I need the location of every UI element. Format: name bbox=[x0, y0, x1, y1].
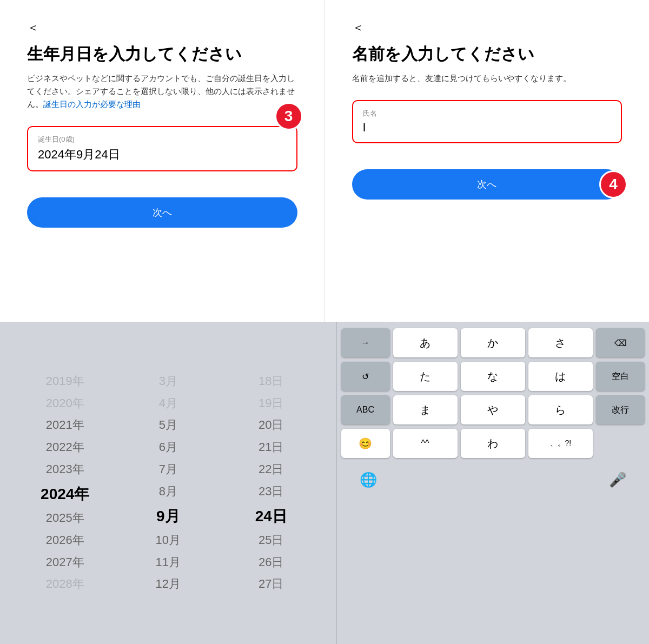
year-item[interactable]: 2025年 bbox=[16, 510, 114, 527]
key-undo[interactable]: ↺ bbox=[341, 362, 390, 391]
right-back-button[interactable]: ＜ bbox=[352, 22, 622, 34]
birthday-reason-link[interactable]: 誕生日の入力が必要な理由 bbox=[43, 99, 141, 109]
key-ka[interactable]: か bbox=[461, 328, 525, 357]
day-item[interactable]: 21日 bbox=[222, 439, 320, 456]
year-item[interactable]: 2019年 bbox=[16, 373, 114, 390]
day-item[interactable]: 19日 bbox=[222, 395, 320, 412]
key-wa[interactable]: わ bbox=[461, 429, 525, 458]
day-item[interactable]: 23日 bbox=[222, 483, 320, 500]
month-item[interactable]: 11月 bbox=[120, 554, 217, 571]
month-item[interactable]: 3月 bbox=[120, 373, 217, 390]
right-screen: ＜ 名前を入力してください 名前を追加すると、友達に見つけてもらいやすくなります… bbox=[325, 0, 650, 322]
keyboard-row-1: → あ か さ ⌫ bbox=[341, 328, 645, 357]
key-na[interactable]: な bbox=[461, 362, 525, 391]
key-ra[interactable]: ら bbox=[528, 395, 593, 424]
day-item[interactable]: 22日 bbox=[222, 461, 320, 478]
key-sa[interactable]: さ bbox=[528, 328, 593, 357]
key-ya[interactable]: や bbox=[461, 395, 525, 424]
japanese-keyboard: → あ か さ ⌫ ↺ た な は 空白 ABC ま や ら 改行 😊 ^^ わ… bbox=[336, 322, 650, 644]
birthday-input-box[interactable]: 誕生日(0歳) 2024年9月24日 bbox=[27, 126, 297, 171]
month-column: 3月 4月 5月 6月 7月 8月 9月 10月 11月 12月 bbox=[120, 373, 217, 593]
key-arrow[interactable]: → bbox=[341, 328, 390, 357]
year-item[interactable]: 2021年 bbox=[16, 417, 114, 434]
month-item[interactable]: 12月 bbox=[120, 576, 217, 593]
key-punctuation[interactable]: 、。?! bbox=[528, 429, 593, 458]
mic-icon[interactable]: 🎤 bbox=[601, 468, 634, 492]
left-screen: ＜ 生年月日を入力してください ビジネスやペットなどに関するアカウントでも、ご自… bbox=[0, 0, 325, 322]
key-blank bbox=[596, 429, 645, 458]
right-screen-title: 名前を入力してください bbox=[352, 43, 622, 64]
key-caret[interactable]: ^^ bbox=[393, 429, 458, 458]
left-screen-title: 生年月日を入力してください bbox=[27, 43, 297, 64]
day-column: 18日 19日 20日 21日 22日 23日 24日 25日 26日 27日 bbox=[222, 373, 320, 593]
date-picker: 2019年 2020年 2021年 2022年 2023年 2024年 2025… bbox=[0, 322, 336, 644]
year-item[interactable]: 2027年 bbox=[16, 554, 114, 571]
key-abc[interactable]: ABC bbox=[341, 395, 390, 424]
key-ta[interactable]: た bbox=[393, 362, 458, 391]
key-space[interactable]: 空白 bbox=[596, 362, 645, 391]
keyboard-row-3: ABC ま や ら 改行 bbox=[341, 395, 645, 424]
key-ma[interactable]: ま bbox=[393, 395, 458, 424]
right-screen-desc: 名前を追加すると、友達に見つけてもらいやすくなります。 bbox=[352, 72, 622, 85]
key-backspace[interactable]: ⌫ bbox=[596, 328, 645, 357]
key-a[interactable]: あ bbox=[393, 328, 458, 357]
keyboard-row-4: 😊 ^^ わ 、。?! bbox=[341, 429, 645, 458]
day-item[interactable]: 25日 bbox=[222, 532, 320, 549]
right-next-button[interactable]: 次へ bbox=[352, 169, 622, 200]
keyboard-row-2: ↺ た な は 空白 bbox=[341, 362, 645, 391]
birthday-input-label: 誕生日(0歳) bbox=[38, 135, 287, 144]
left-next-button[interactable]: 次へ bbox=[27, 197, 297, 228]
year-item[interactable]: 2028年 bbox=[16, 576, 114, 593]
key-return[interactable]: 改行 bbox=[596, 395, 645, 424]
month-item[interactable]: 6月 bbox=[120, 439, 217, 456]
month-item[interactable]: 10月 bbox=[120, 532, 217, 549]
day-item[interactable]: 18日 bbox=[222, 373, 320, 390]
key-ha[interactable]: は bbox=[528, 362, 593, 391]
day-item[interactable]: 26日 bbox=[222, 554, 320, 571]
day-item-selected[interactable]: 24日 bbox=[222, 506, 320, 527]
year-item[interactable]: 2020年 bbox=[16, 395, 114, 412]
month-item[interactable]: 7月 bbox=[120, 461, 217, 478]
month-item[interactable]: 5月 bbox=[120, 417, 217, 434]
month-item[interactable]: 4月 bbox=[120, 395, 217, 412]
keyboard-space-bar bbox=[389, 468, 598, 492]
step-badge-4: 4 bbox=[599, 170, 627, 198]
name-input-box[interactable]: 氏名 I bbox=[352, 100, 622, 143]
left-back-button[interactable]: ＜ bbox=[27, 22, 297, 34]
birthday-input-value: 2024年9月24日 bbox=[38, 147, 287, 163]
name-input-cursor: I bbox=[363, 121, 612, 135]
name-input-label: 氏名 bbox=[363, 109, 612, 118]
day-item[interactable]: 20日 bbox=[222, 417, 320, 434]
key-emoji[interactable]: 😊 bbox=[341, 429, 390, 458]
year-item[interactable]: 2022年 bbox=[16, 439, 114, 456]
year-item[interactable]: 2026年 bbox=[16, 532, 114, 549]
keyboard-bottom-bar: 🌐 🎤 bbox=[341, 462, 645, 492]
year-column: 2019年 2020年 2021年 2022年 2023年 2024年 2025… bbox=[16, 373, 114, 593]
day-item[interactable]: 27日 bbox=[222, 576, 320, 593]
globe-icon[interactable]: 🌐 bbox=[352, 468, 385, 492]
left-screen-desc: ビジネスやペットなどに関するアカウントでも、ご自分の誕生日を入力してください。シ… bbox=[27, 72, 297, 111]
year-item[interactable]: 2023年 bbox=[16, 461, 114, 478]
step-badge-3: 3 bbox=[275, 102, 303, 130]
month-item-selected[interactable]: 9月 bbox=[120, 506, 217, 527]
month-item[interactable]: 8月 bbox=[120, 483, 217, 500]
year-item-selected[interactable]: 2024年 bbox=[16, 483, 114, 504]
